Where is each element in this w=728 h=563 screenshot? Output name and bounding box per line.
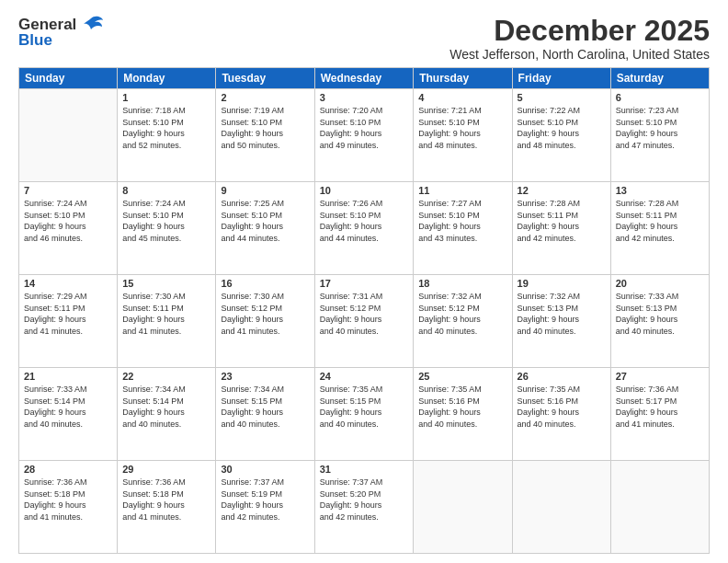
table-row: 19Sunrise: 7:32 AMSunset: 5:13 PMDayligh… [512, 275, 610, 368]
day-number: 5 [518, 92, 606, 103]
day-number: 27 [616, 371, 704, 382]
table-row: 29Sunrise: 7:36 AMSunset: 5:18 PMDayligh… [118, 461, 216, 554]
day-info: Sunrise: 7:36 AMSunset: 5:18 PMDaylight:… [122, 477, 210, 523]
day-info: Sunrise: 7:33 AMSunset: 5:14 PMDaylight:… [24, 384, 112, 430]
table-row: 8Sunrise: 7:24 AMSunset: 5:10 PMDaylight… [118, 182, 216, 275]
day-number: 20 [616, 278, 704, 289]
calendar-week-row: 21Sunrise: 7:33 AMSunset: 5:14 PMDayligh… [19, 368, 710, 461]
day-number: 19 [518, 278, 606, 289]
table-row: 11Sunrise: 7:27 AMSunset: 5:10 PMDayligh… [414, 182, 512, 275]
logo: General Blue [18, 15, 104, 50]
table-row: 18Sunrise: 7:32 AMSunset: 5:12 PMDayligh… [414, 275, 512, 368]
day-info: Sunrise: 7:27 AMSunset: 5:10 PMDaylight:… [418, 198, 506, 244]
table-row: 1Sunrise: 7:18 AMSunset: 5:10 PMDaylight… [118, 89, 216, 182]
table-row: 30Sunrise: 7:37 AMSunset: 5:19 PMDayligh… [216, 461, 314, 554]
day-number: 28 [24, 464, 112, 475]
day-info: Sunrise: 7:21 AMSunset: 5:10 PMDaylight:… [418, 105, 506, 151]
day-info: Sunrise: 7:19 AMSunset: 5:10 PMDaylight:… [221, 105, 309, 151]
table-row: 5Sunrise: 7:22 AMSunset: 5:10 PMDaylight… [512, 89, 610, 182]
day-info: Sunrise: 7:35 AMSunset: 5:15 PMDaylight:… [320, 384, 409, 430]
day-number: 7 [24, 185, 112, 196]
day-number: 18 [418, 278, 506, 289]
day-number: 13 [616, 185, 704, 196]
table-row: 27Sunrise: 7:36 AMSunset: 5:17 PMDayligh… [610, 368, 709, 461]
table-row: 13Sunrise: 7:28 AMSunset: 5:11 PMDayligh… [610, 182, 709, 275]
logo-bird-icon [78, 15, 104, 35]
table-row: 24Sunrise: 7:35 AMSunset: 5:15 PMDayligh… [314, 368, 414, 461]
calendar-table: Sunday Monday Tuesday Wednesday Thursday… [18, 67, 710, 554]
table-row [19, 89, 118, 182]
calendar-week-row: 28Sunrise: 7:36 AMSunset: 5:18 PMDayligh… [19, 461, 710, 554]
day-number: 4 [418, 92, 506, 103]
calendar-week-row: 1Sunrise: 7:18 AMSunset: 5:10 PMDaylight… [19, 89, 710, 182]
day-number: 12 [518, 185, 606, 196]
day-info: Sunrise: 7:22 AMSunset: 5:10 PMDaylight:… [518, 105, 606, 151]
day-info: Sunrise: 7:31 AMSunset: 5:12 PMDaylight:… [320, 291, 409, 337]
col-wednesday: Wednesday [314, 68, 414, 89]
day-info: Sunrise: 7:30 AMSunset: 5:12 PMDaylight:… [221, 291, 309, 337]
day-info: Sunrise: 7:32 AMSunset: 5:13 PMDaylight:… [518, 291, 606, 337]
day-number: 31 [320, 464, 409, 475]
day-info: Sunrise: 7:25 AMSunset: 5:10 PMDaylight:… [221, 198, 309, 244]
day-info: Sunrise: 7:20 AMSunset: 5:10 PMDaylight:… [320, 105, 409, 151]
day-number: 8 [122, 185, 210, 196]
col-sunday: Sunday [19, 68, 118, 89]
day-info: Sunrise: 7:30 AMSunset: 5:11 PMDaylight:… [122, 291, 210, 337]
day-info: Sunrise: 7:34 AMSunset: 5:15 PMDaylight:… [221, 384, 309, 430]
day-info: Sunrise: 7:23 AMSunset: 5:10 PMDaylight:… [616, 105, 704, 151]
day-info: Sunrise: 7:33 AMSunset: 5:13 PMDaylight:… [616, 291, 704, 337]
day-info: Sunrise: 7:18 AMSunset: 5:10 PMDaylight:… [122, 105, 210, 151]
day-info: Sunrise: 7:24 AMSunset: 5:10 PMDaylight:… [24, 198, 112, 244]
table-row: 31Sunrise: 7:37 AMSunset: 5:20 PMDayligh… [314, 461, 414, 554]
table-row: 9Sunrise: 7:25 AMSunset: 5:10 PMDaylight… [216, 182, 314, 275]
day-info: Sunrise: 7:28 AMSunset: 5:11 PMDaylight:… [518, 198, 606, 244]
table-row: 14Sunrise: 7:29 AMSunset: 5:11 PMDayligh… [19, 275, 118, 368]
day-number: 30 [221, 464, 309, 475]
day-number: 9 [221, 185, 309, 196]
day-number: 15 [122, 278, 210, 289]
col-tuesday: Tuesday [216, 68, 314, 89]
day-info: Sunrise: 7:32 AMSunset: 5:12 PMDaylight:… [418, 291, 506, 337]
calendar-week-row: 7Sunrise: 7:24 AMSunset: 5:10 PMDaylight… [19, 182, 710, 275]
day-info: Sunrise: 7:24 AMSunset: 5:10 PMDaylight:… [122, 198, 210, 244]
day-info: Sunrise: 7:29 AMSunset: 5:11 PMDaylight:… [24, 291, 112, 337]
table-row: 6Sunrise: 7:23 AMSunset: 5:10 PMDaylight… [610, 89, 709, 182]
table-row: 28Sunrise: 7:36 AMSunset: 5:18 PMDayligh… [19, 461, 118, 554]
col-saturday: Saturday [610, 68, 709, 89]
day-number: 23 [221, 371, 309, 382]
header: General Blue December 2025 West Jefferso… [18, 15, 710, 62]
day-info: Sunrise: 7:34 AMSunset: 5:14 PMDaylight:… [122, 384, 210, 430]
day-number: 29 [122, 464, 210, 475]
table-row: 25Sunrise: 7:35 AMSunset: 5:16 PMDayligh… [414, 368, 512, 461]
title-section: December 2025 West Jefferson, North Caro… [104, 15, 710, 62]
table-row: 16Sunrise: 7:30 AMSunset: 5:12 PMDayligh… [216, 275, 314, 368]
calendar-header-row: Sunday Monday Tuesday Wednesday Thursday… [19, 68, 710, 89]
day-info: Sunrise: 7:36 AMSunset: 5:17 PMDaylight:… [616, 384, 704, 430]
day-info: Sunrise: 7:28 AMSunset: 5:11 PMDaylight:… [616, 198, 704, 244]
table-row: 21Sunrise: 7:33 AMSunset: 5:14 PMDayligh… [19, 368, 118, 461]
day-number: 11 [418, 185, 506, 196]
day-number: 6 [616, 92, 704, 103]
day-number: 3 [320, 92, 409, 103]
day-info: Sunrise: 7:35 AMSunset: 5:16 PMDaylight:… [518, 384, 606, 430]
table-row: 3Sunrise: 7:20 AMSunset: 5:10 PMDaylight… [314, 89, 414, 182]
day-number: 25 [418, 371, 506, 382]
table-row: 17Sunrise: 7:31 AMSunset: 5:12 PMDayligh… [314, 275, 414, 368]
table-row: 12Sunrise: 7:28 AMSunset: 5:11 PMDayligh… [512, 182, 610, 275]
logo-blue: Blue [18, 31, 52, 50]
table-row: 15Sunrise: 7:30 AMSunset: 5:11 PMDayligh… [118, 275, 216, 368]
day-number: 10 [320, 185, 409, 196]
table-row: 7Sunrise: 7:24 AMSunset: 5:10 PMDaylight… [19, 182, 118, 275]
day-info: Sunrise: 7:36 AMSunset: 5:18 PMDaylight:… [24, 477, 112, 523]
day-number: 26 [518, 371, 606, 382]
day-number: 17 [320, 278, 409, 289]
location: West Jefferson, North Carolina, United S… [104, 47, 710, 62]
day-number: 24 [320, 371, 409, 382]
col-thursday: Thursday [414, 68, 512, 89]
day-info: Sunrise: 7:37 AMSunset: 5:20 PMDaylight:… [320, 477, 409, 523]
day-info: Sunrise: 7:26 AMSunset: 5:10 PMDaylight:… [320, 198, 409, 244]
col-friday: Friday [512, 68, 610, 89]
day-number: 16 [221, 278, 309, 289]
day-info: Sunrise: 7:35 AMSunset: 5:16 PMDaylight:… [418, 384, 506, 430]
table-row: 2Sunrise: 7:19 AMSunset: 5:10 PMDaylight… [216, 89, 314, 182]
